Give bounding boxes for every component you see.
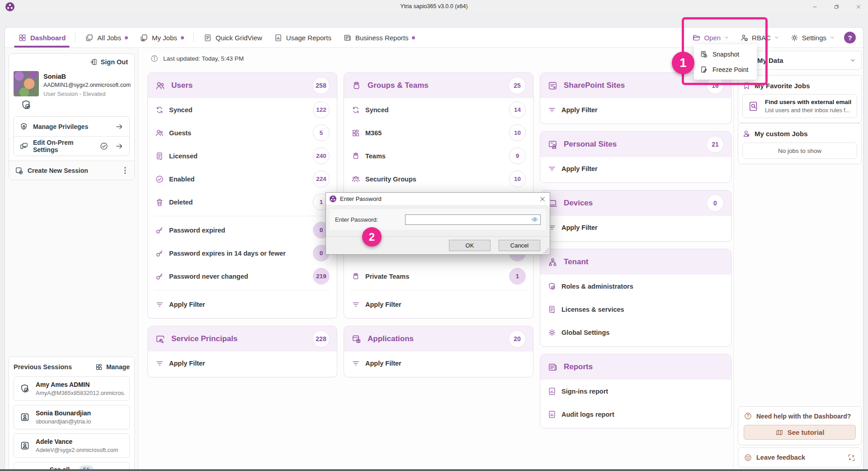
apply-filter-button[interactable]: Apply Filter <box>148 293 337 316</box>
minimize-icon[interactable] <box>812 4 818 10</box>
tab-quick-gridview[interactable]: Quick GridView <box>198 28 268 48</box>
card-header[interactable]: Personal Sites21 <box>540 132 731 157</box>
annotation-step-1: 1 <box>672 52 694 74</box>
bookmark-icon <box>742 81 751 90</box>
personbox-icon <box>19 440 30 451</box>
favorite-job-item[interactable]: Find users with external email ... List … <box>742 94 857 118</box>
link-row[interactable]: Roles & administrators <box>540 275 731 298</box>
card-header[interactable]: Reports <box>540 354 731 380</box>
card-header[interactable]: Groups & Teams25 <box>344 73 533 98</box>
row-label: Guests <box>169 129 308 137</box>
row-count-badge: 1 <box>509 268 526 285</box>
new-badge-dot <box>181 36 184 39</box>
card-count-badge: 228 <box>312 330 330 347</box>
card-header[interactable]: Users258 <box>148 73 337 98</box>
session-type: User Session - Elevated <box>43 90 130 98</box>
stat-row[interactable]: Licensed240 <box>148 144 337 167</box>
card-padding <box>148 316 337 318</box>
dialog-title: Enter Password <box>340 195 535 202</box>
tab-all-jobs[interactable]: All Jobs <box>79 28 134 48</box>
session-actions: Manage Privileges Edit On-Prem Settings <box>14 116 130 156</box>
my-data-label: My Data <box>757 57 845 64</box>
stat-row[interactable]: Private Teams1 <box>344 265 533 288</box>
dialog-titlebar[interactable]: Enter Password <box>326 193 550 205</box>
link-row[interactable]: Audit logs report <box>540 403 731 426</box>
resize-grip[interactable] <box>543 247 549 253</box>
last-updated-text: Last updated: Today, 5:43 PM <box>163 55 244 62</box>
link-row[interactable]: Licenses & services <box>540 298 731 321</box>
menu-item-snapshot[interactable]: Snapshot <box>694 47 757 62</box>
stat-row[interactable]: Password expired0 <box>148 219 337 242</box>
apply-filter-button[interactable]: Apply Filter <box>148 352 337 375</box>
card-count-badge: 258 <box>312 77 330 94</box>
apply-filter-button[interactable]: Apply Filter <box>344 293 533 316</box>
stat-row[interactable]: Security Groups10 <box>344 167 533 190</box>
card-personal-sites: Personal Sites21Apply Filter <box>540 131 731 183</box>
cancel-button[interactable]: Cancel <box>499 240 540 251</box>
help-button[interactable]: ? <box>844 32 856 43</box>
row-label: Apply Filter <box>561 165 724 172</box>
chevron-down-icon <box>724 35 729 40</box>
create-new-session-button[interactable]: Create New Session ⋮ <box>9 161 134 180</box>
card-service-principals: Service Principals228Apply Filter <box>147 326 337 377</box>
tab-dashboard[interactable]: Dashboard <box>12 28 71 48</box>
card-header[interactable]: Applications20 <box>344 326 533 352</box>
sign-out-button[interactable]: Sign Out <box>9 54 134 70</box>
tab-label: Usage Reports <box>286 34 331 42</box>
stat-row[interactable]: Guests5 <box>148 121 337 144</box>
previous-session-item[interactable]: Adele VanceAdeleV@sygx2.onmicrosoft.com <box>14 433 130 458</box>
enter-password-dialog: Enter Password Enter Password: OK Cancel <box>326 192 550 255</box>
card-title: SharePoint Sites <box>564 81 701 90</box>
expand-icon[interactable] <box>847 453 856 462</box>
previous-session-item[interactable]: Sonia Bounardjiansbounardjian@ytria.io <box>14 405 130 429</box>
stat-row[interactable]: Teams9 <box>344 144 533 167</box>
stat-row[interactable]: Password never changed219 <box>148 265 337 288</box>
nav-tabs: DashboardAll JobsMy JobsQuick GridViewUs… <box>12 28 421 48</box>
row-label: Security Groups <box>365 176 504 183</box>
team-icon <box>351 272 360 281</box>
link-row[interactable]: Sign-ins report <box>540 380 731 403</box>
dialog-close-icon[interactable] <box>539 195 546 203</box>
row-label: Apply Filter <box>365 360 526 367</box>
user-profile: SoniaB AADMIN1@sygx2.onmicrosoft.com Use… <box>9 70 134 114</box>
stat-row[interactable]: Password expires in 14 days or fewer0 <box>148 242 337 265</box>
tab-business-reports[interactable]: Business Reports <box>337 28 421 48</box>
edit-onprem-settings-button[interactable]: Edit On-Prem Settings <box>14 136 129 156</box>
show-password-eye-icon[interactable] <box>531 216 538 223</box>
ok-button[interactable]: OK <box>449 240 491 251</box>
stat-row[interactable]: Enabled224 <box>148 167 337 190</box>
tab-my-jobs[interactable]: My Jobs <box>134 28 190 48</box>
stat-row[interactable]: Synced122 <box>148 98 337 121</box>
tab-usage-reports[interactable]: Usage Reports <box>268 28 337 48</box>
stat-row[interactable]: Synced14 <box>344 98 533 121</box>
leave-feedback-button[interactable]: Leave feedback <box>738 447 862 467</box>
link-row[interactable]: Global Settings <box>540 321 731 344</box>
see-tutorial-button[interactable]: See tutorial <box>744 425 856 440</box>
apply-filter-button[interactable]: Apply Filter <box>540 216 731 239</box>
favorite-jobs-header: My Favorite Jobs <box>742 80 857 91</box>
settings-menu-button[interactable]: Settings <box>785 28 840 48</box>
restore-icon[interactable] <box>834 4 840 10</box>
card-header[interactable]: Service Principals228 <box>148 326 337 352</box>
card-header[interactable]: Tenant <box>540 249 731 275</box>
row-label: Teams <box>365 152 504 160</box>
card-header[interactable]: Devices0 <box>540 190 731 216</box>
card-title: Devices <box>564 199 701 208</box>
session-name: Adele Vance <box>36 438 118 446</box>
manage-privileges-button[interactable]: Manage Privileges <box>14 117 129 136</box>
card-devices: Devices0Apply Filter <box>540 190 731 242</box>
kebab-menu-icon[interactable]: ⋮ <box>121 166 129 175</box>
session-name: Sonia Bounardjian <box>36 409 91 418</box>
menu-item-freeze-point[interactable]: Freeze Point <box>694 62 757 77</box>
close-window-icon[interactable] <box>855 4 862 10</box>
card-title: Tenant <box>564 257 724 266</box>
password-input[interactable] <box>405 214 541 225</box>
apply-filter-button[interactable]: Apply Filter <box>540 98 731 121</box>
stat-row[interactable]: Deleted1 <box>148 190 337 214</box>
apply-filter-button[interactable]: Apply Filter <box>540 157 731 180</box>
docgrid-icon <box>203 33 212 42</box>
apply-filter-button[interactable]: Apply Filter <box>344 352 533 375</box>
previous-session-item[interactable]: Amy Ames ADMINAmyA@M365x85832012.onmicro… <box>14 376 130 401</box>
stat-row[interactable]: M36510 <box>344 121 533 144</box>
manage-sessions-button[interactable]: Manage <box>95 363 130 371</box>
